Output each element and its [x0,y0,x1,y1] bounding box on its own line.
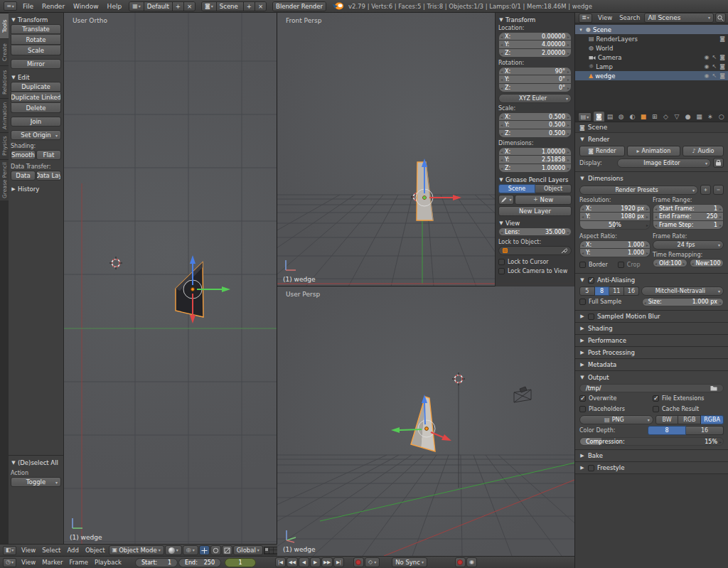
scale-button[interactable]: Scale [11,45,61,55]
lock-to-cursor-checkbox[interactable] [498,259,505,265]
panel-header-freestyle[interactable]: ▶Freestyle [579,463,724,473]
panel-header-render[interactable]: ▼Render [579,134,724,144]
tab-grease-pencil[interactable]: Grease Pencil [0,159,9,200]
viewport-user-ortho[interactable]: User Ortho (1) wedge [64,13,277,544]
panel-header-antialiasing[interactable]: ▼Anti-Aliasing [579,275,724,285]
file-format-menu[interactable]: ▤PNG [579,415,653,424]
transfer-data-button[interactable]: Data [11,171,36,181]
delete-button[interactable]: Delete [11,103,61,113]
sphere-button[interactable]: ◉ [466,557,477,567]
manipulator-scale-toggle[interactable] [222,545,232,555]
location-z-field[interactable]: Z:2.00000 [498,49,572,58]
search-icon[interactable] [715,13,726,23]
gp-new-button[interactable]: +New [515,195,572,205]
panel-header-motion-blur[interactable]: ▶Sampled Motion Blur [579,311,724,321]
editor-type-button[interactable]: ≡▾ [4,1,17,11]
lock-camera-checkbox[interactable] [498,268,505,274]
menu-help[interactable]: Help [103,3,127,10]
tab-render[interactable]: ◙ [594,112,604,122]
folder-icon[interactable] [710,385,717,391]
panel-header-dimensions[interactable]: ▼Dimensions [579,173,724,183]
menu-frame[interactable]: Frame [67,559,91,566]
render-toggle-icon[interactable]: ◙ [719,63,725,70]
tab-data[interactable]: ▽ [672,112,682,122]
set-origin-menu[interactable]: Set Origin [11,130,61,140]
viewport-user-persp[interactable]: User Persp (1) wedge [277,286,574,556]
visibility-eye-icon[interactable]: ◉ [705,73,710,79]
layers-widget[interactable] [264,547,277,554]
start-frame-field[interactable]: Start Frame:1 [653,204,724,213]
outliner-row-world[interactable]: ◍ World [575,43,728,53]
transform-orientation-menu[interactable]: Global▾ [233,545,263,555]
tab-material[interactable]: ● [682,112,693,122]
lens-field[interactable]: Lens:35.000 [498,227,572,236]
outliner-row-renderlayers[interactable]: ▤ RenderLayers ◙ [575,34,728,43]
auto-keyframe-toggle[interactable] [353,557,364,567]
jump-to-start-button[interactable]: |◀ [275,557,286,567]
editor-type-button[interactable]: ≣▾ [579,14,592,23]
freestyle-checkbox[interactable] [588,465,594,471]
lock-object-field[interactable] [498,246,572,255]
menu-playback[interactable]: Playback [92,559,124,566]
menu-search[interactable]: Search [616,14,643,21]
screen-layout-browse-button[interactable]: ▦▾ [129,2,144,11]
lock-interface-toggle[interactable] [713,158,724,168]
tab-world[interactable]: ◐ [627,112,638,122]
render-engine-value[interactable]: Blender Render [273,2,326,11]
mirror-button[interactable]: Mirror [11,59,61,69]
layer-group-1[interactable] [264,547,277,554]
file-extensions-checkbox[interactable] [653,395,659,402]
add-preset-button[interactable]: + [700,185,711,195]
outliner-display-mode-menu[interactable]: All Scenes▾ [644,13,714,23]
gp-scene-button[interactable]: Scene [498,184,535,193]
editor-type-button[interactable]: ◧▾ [3,546,16,555]
duplicate-linked-button[interactable]: Duplicate Linked [11,92,61,102]
tab-physics[interactable]: Physics [0,132,9,159]
wedge-object[interactable] [411,397,435,451]
outliner-row-scene[interactable]: ▾ ● Scene [575,25,728,34]
tab-scene[interactable]: ◍ [616,112,626,122]
scale-z-field[interactable]: Z:0.500 [498,129,572,138]
resolution-x-field[interactable]: X:1920 px [579,204,651,213]
sync-menu[interactable]: No Sync▾ [392,557,427,567]
mode-menu[interactable]: ▣ Object Mode ▾ [109,545,164,555]
render-display-menu[interactable]: Image Editor [617,159,711,168]
scale-y-field[interactable]: Y:0.500 [498,121,572,129]
aa-samples-8-button[interactable]: 8 [595,286,610,296]
menu-view[interactable]: View [18,547,38,554]
panel-header-output[interactable]: ▼Output [579,373,724,382]
translate-button[interactable]: Translate [11,24,61,34]
lock-to-cursor-row[interactable]: Lock to Cursor [498,257,572,267]
dimensions-z-field[interactable]: Z:1.00000 [498,164,572,173]
color-rgb-button[interactable]: RGB [678,415,701,424]
menu-object[interactable]: Object [82,547,108,554]
gp-draw-menu[interactable]: ▾ [498,195,514,205]
cache-result-checkbox[interactable] [653,406,659,412]
menu-window[interactable]: Window [69,3,103,10]
selectability-icon[interactable]: ↖ [712,63,717,70]
add-layout-button[interactable]: + [172,2,183,11]
play-button[interactable]: ▶ [310,557,321,567]
panel-header-bake[interactable]: ▶Bake [579,451,724,461]
lock-camera-row[interactable]: Lock Camera to View [498,267,572,276]
panel-header-history[interactable]: ▶History [11,184,61,193]
resolution-y-field[interactable]: Y:1080 px [579,213,651,221]
dimensions-y-field[interactable]: Y:2.51858 [498,156,572,164]
panel-header-metadata[interactable]: ▶Metadata [579,360,724,370]
aspect-x-field[interactable]: X:1.000 [579,240,651,249]
scene-name[interactable]: Scene [216,2,243,11]
menu-add[interactable]: Add [64,547,81,554]
outliner-row-wedge[interactable]: ▲ wedge ◉↖◙ [575,71,728,80]
frame-rate-menu[interactable]: 24 fps [653,240,724,250]
join-button[interactable]: Join [11,117,61,127]
panel-header-transform[interactable]: ▼Transform [498,15,572,24]
output-path-field[interactable]: /tmp/ [579,384,724,392]
render-presets-menu[interactable]: Render Presets [579,186,698,195]
manipulator-translate-toggle[interactable] [199,545,210,555]
tab-constraints[interactable]: ⊞ [649,112,660,122]
panel-header-deselect-all[interactable]: ▼(De)select All [11,458,61,467]
gp-new-layer-button[interactable]: New Layer [498,206,572,216]
render-audio-button[interactable]: ♪Audio [682,146,724,156]
next-keyframe-button[interactable]: ▶▶ [321,557,333,567]
keying-set-menu[interactable]: ◇▾ [365,557,380,567]
